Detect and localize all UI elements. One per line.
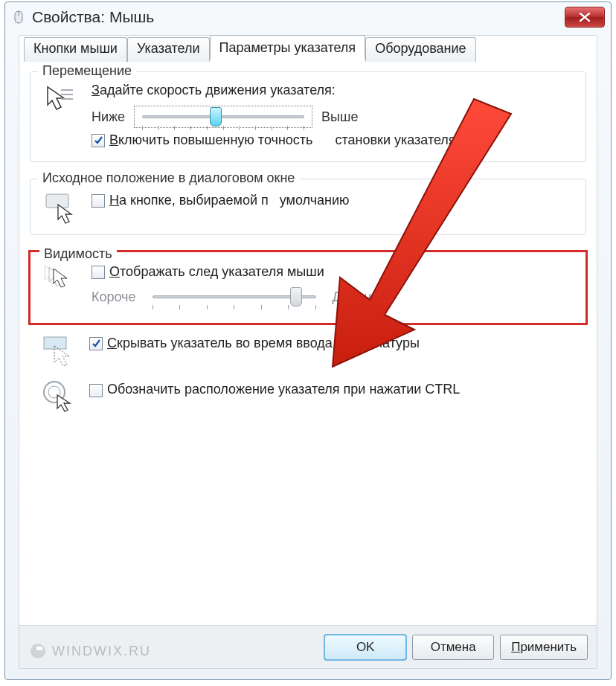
ctrl-locate-checkbox[interactable]: Обозначить расположение указателя при на… [89, 382, 580, 397]
apply-rest: рименить [520, 640, 577, 655]
group-visibility: Видимость Отображать след указателя мыши… [32, 254, 584, 321]
hide-typing-checkbox[interactable]: Скрывать указатель во время ввода с клав… [89, 336, 580, 351]
snapto-checkbox[interactable]: На кнопке, выбираемой п умолчанию [92, 193, 578, 208]
svg-point-8 [31, 644, 45, 658]
hide-typing-icon [36, 333, 80, 367]
hide-typing-label: Скрывать указатель во время ввода с клав… [107, 336, 420, 351]
trail-short-label: Короче [92, 289, 136, 305]
close-icon [578, 12, 591, 22]
checkbox-icon [89, 384, 103, 397]
svg-rect-5 [44, 337, 66, 349]
dialog-window: Свойства: Мышь Кнопки мыши Указатели Пар… [4, 1, 612, 680]
speed-slider[interactable] [134, 106, 312, 128]
checkbox-icon [92, 266, 105, 279]
trails-checkbox[interactable]: Отображать след указателя мыши [92, 264, 578, 280]
checkbox-icon [92, 194, 105, 208]
ok-button[interactable]: OK [324, 635, 406, 660]
group-visibility-legend: Видимость [39, 246, 117, 262]
tab-hardware[interactable]: Оборудование [365, 37, 475, 62]
tab-pointer-options[interactable]: Параметры указателя [210, 35, 366, 60]
highlight-annotation: Видимость Отображать след указателя мыши… [28, 250, 588, 325]
svg-rect-9 [36, 647, 42, 650]
speed-slow-label: Ниже [92, 109, 125, 125]
trail-slider[interactable] [145, 287, 324, 307]
snapto-label: На кнопке, выбираемой п умолчанию [109, 193, 350, 208]
tab-strip: Кнопки мыши Указатели Параметры указател… [24, 34, 592, 59]
speed-label-text: адайте скорость движения указателя: [100, 83, 336, 97]
speed-fast-label: Выше [321, 109, 358, 125]
watermark: WINDWIX.RU [30, 643, 151, 659]
svg-rect-4 [46, 194, 68, 208]
tab-pointers[interactable]: Указатели [127, 37, 210, 62]
group-motion-legend: Перемещение [38, 63, 136, 79]
enhance-precision-label: Включить повышенную точность становки ук… [109, 132, 456, 148]
cancel-button[interactable]: Отмена [412, 635, 494, 660]
trails-label: Отображать след указателя мыши [109, 264, 324, 280]
speed-label: Задайте скорость движения указателя: [92, 83, 578, 98]
trail-long-label: Длиннее [333, 289, 387, 305]
ctrl-locate-icon [36, 379, 80, 413]
ctrl-locate-label: Обозначить расположение указателя при на… [107, 382, 460, 397]
group-snapto: Исходное положение в диалоговом окне На … [30, 179, 586, 235]
checkbox-icon [89, 337, 103, 350]
motion-icon [38, 83, 83, 117]
close-button[interactable] [565, 7, 605, 28]
enhance-precision-checkbox[interactable]: Включить повышенную точность становки ук… [92, 132, 578, 148]
group-motion: Перемещение Задайте скорость движения ук… [30, 71, 586, 162]
tab-buttons[interactable]: Кнопки мыши [24, 37, 127, 62]
window-title: Свойства: Мышь [32, 8, 559, 26]
titlebar: Свойства: Мышь [5, 2, 611, 32]
snapto-icon [38, 190, 83, 224]
apply-button[interactable]: Применить [500, 635, 588, 660]
mouse-app-icon [11, 10, 26, 25]
tab-panel: Кнопки мыши Указатели Параметры указател… [19, 35, 597, 669]
checkbox-icon [92, 134, 105, 147]
trails-icon [38, 261, 83, 295]
dialog-button-row: WINDWIX.RU OK Отмена Применить [19, 625, 597, 668]
group-snapto-legend: Исходное положение в диалоговом окне [38, 170, 299, 186]
